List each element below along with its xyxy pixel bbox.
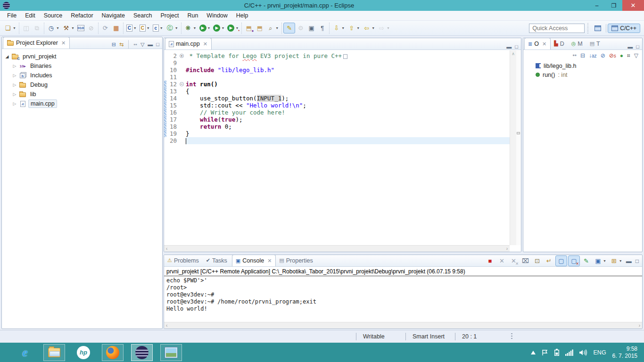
- forward-history-dropdown[interactable]: ▼: [387, 26, 390, 30]
- new-c-source-folder-icon[interactable]: C▼: [138, 24, 151, 33]
- last-edit-location-icon[interactable]: ⇩▼: [331, 23, 346, 33]
- profile-icon[interactable]: ▶▪▼: [226, 24, 240, 33]
- minimize-view-icon[interactable]: ▬: [506, 44, 512, 49]
- hide-inactive-icon[interactable]: ⌗: [627, 52, 630, 59]
- run-dropdown[interactable]: ▼: [207, 26, 211, 30]
- code-line-12[interactable]: 12−int run(): [164, 81, 510, 88]
- debug-dropdown[interactable]: ▼: [193, 26, 197, 30]
- collapse-all-icon[interactable]: ⊟: [112, 41, 116, 48]
- show-hidden-icons-icon[interactable]: [531, 351, 536, 354]
- close-tab-icon[interactable]: ✕: [203, 41, 207, 47]
- forward-history-icon[interactable]: ⇨▼: [376, 23, 391, 33]
- taskbar-file-explorer[interactable]: [43, 344, 65, 361]
- run-icon[interactable]: ▶▼: [198, 24, 212, 33]
- tab-outline-d[interactable]: ▙D: [551, 38, 568, 49]
- menu-run[interactable]: Run: [183, 11, 202, 20]
- new-c-project-dropdown[interactable]: ▼: [160, 26, 163, 30]
- quick-access-input[interactable]: [529, 24, 585, 33]
- overview-ruler[interactable]: [516, 50, 521, 245]
- back-history-icon[interactable]: ⇦▼: [361, 23, 376, 33]
- code-line-18[interactable]: 18 return 0;: [164, 123, 510, 130]
- menu-refactor[interactable]: Refactor: [66, 11, 97, 20]
- twisty-icon[interactable]: ▷: [12, 73, 17, 78]
- tab-outline-m[interactable]: ◎M: [568, 38, 586, 49]
- console-horizontal-scrollbar[interactable]: ‹›: [164, 322, 642, 329]
- menu-search[interactable]: Search: [129, 11, 157, 20]
- terminate-icon[interactable]: ■: [485, 256, 495, 266]
- fold-marker-icon[interactable]: −: [180, 82, 184, 86]
- maximize-view-icon[interactable]: □: [515, 44, 518, 49]
- code-line-13[interactable]: 13{: [164, 88, 510, 95]
- new-c-project-icon[interactable]: c▼: [151, 24, 165, 33]
- tab-tasks[interactable]: ✔Tasks: [203, 255, 231, 266]
- code-line-14[interactable]: 14 use_stop_button(INPUT_1);: [164, 95, 510, 102]
- collapse-all-icon[interactable]: ⊟: [580, 52, 585, 59]
- twisty-icon[interactable]: ◢: [5, 54, 9, 59]
- hide-includes-icon[interactable]: ⊘: [601, 52, 605, 59]
- twisty-icon[interactable]: ▷: [12, 101, 17, 106]
- new-c-source-file-dropdown[interactable]: ▼: [133, 26, 137, 30]
- pin-console-icon[interactable]: ✎: [581, 256, 592, 266]
- save-all-icon[interactable]: ⧉: [32, 23, 42, 33]
- twisty-icon[interactable]: ▷: [12, 64, 17, 68]
- debug-icon[interactable]: ❋▼: [183, 23, 198, 33]
- code-line-20[interactable]: 20: [164, 137, 510, 144]
- menu-edit[interactable]: Edit: [21, 11, 40, 20]
- launch-external-icon[interactable]: ◷▼: [46, 23, 61, 33]
- action-center-flag-icon[interactable]: [542, 349, 548, 356]
- remote-grid-icon[interactable]: ▦: [111, 23, 122, 33]
- status-bar-handle[interactable]: [511, 333, 512, 340]
- tree-item-debug[interactable]: ▷Debug: [5, 80, 162, 90]
- twisty-icon[interactable]: ▷: [12, 92, 17, 97]
- scroll-lock-icon[interactable]: ⊡: [532, 256, 543, 266]
- hide-static-icon[interactable]: ⊘s: [609, 52, 616, 59]
- minimize-view-icon[interactable]: ▬: [625, 258, 633, 264]
- tab-project-explorer[interactable]: Project Explorer ✕: [3, 37, 70, 49]
- sort-az-icon[interactable]: ↓az: [589, 52, 597, 59]
- taskbar-firefox[interactable]: [102, 344, 124, 361]
- editor-vertical-scrollbar[interactable]: ∧: [510, 50, 516, 245]
- tree-item-includes[interactable]: ▷hIncludes: [5, 71, 162, 80]
- filters-icon[interactable]: ••: [133, 41, 137, 47]
- binary-file-icon[interactable]: 010: [76, 24, 86, 32]
- show-whitespace-icon[interactable]: ¶: [317, 23, 328, 33]
- code-editor[interactable]: 2+ * Template for Lego EV3 project in pu…: [164, 50, 521, 252]
- new-c-source-folder-dropdown[interactable]: ▼: [147, 26, 150, 30]
- new-wizard-icon[interactable]: ❏▼: [2, 23, 17, 33]
- code-line-11[interactable]: 11: [164, 74, 510, 81]
- skip-breakpoints-icon[interactable]: ⊘: [86, 23, 97, 33]
- open-element-icon[interactable]: ⬒●: [243, 23, 254, 33]
- back-to-last-edit-dropdown[interactable]: ▼: [356, 26, 360, 30]
- run-history-icon[interactable]: ▶≡▼: [212, 24, 226, 33]
- code-line-15[interactable]: 15 std::cout << "Hello world!\n";: [164, 102, 510, 109]
- clock[interactable]: 9:58 6. 7. 2015: [612, 346, 637, 360]
- back-to-last-edit-icon[interactable]: ⇧▼: [346, 23, 361, 33]
- remove-launch-icon[interactable]: ✕: [496, 256, 507, 266]
- tab-problems[interactable]: ⚠Problems: [164, 255, 203, 266]
- code-line-19[interactable]: 19}: [164, 130, 510, 137]
- back-history-dropdown[interactable]: ▼: [372, 26, 375, 30]
- taskbar-internet-explorer[interactable]: e: [14, 344, 36, 361]
- open-console-icon[interactable]: ⊞▼: [609, 256, 624, 266]
- new-c-source-file-icon[interactable]: C▼: [125, 24, 138, 33]
- show-on-stdout-icon[interactable]: ▢: [555, 255, 567, 266]
- display-selected-console-dropdown[interactable]: ▼: [603, 259, 606, 263]
- open-perspective-button[interactable]: [591, 25, 604, 32]
- clear-console-icon[interactable]: ⌧: [520, 256, 531, 266]
- refresh-icon[interactable]: ⟳: [100, 23, 111, 33]
- close-button[interactable]: ✕: [622, 0, 644, 11]
- search-dropdown[interactable]: ▼: [275, 26, 279, 30]
- menu-help[interactable]: Help: [232, 11, 253, 20]
- volume-icon[interactable]: [579, 349, 587, 356]
- maximize-view-icon[interactable]: □: [636, 44, 639, 49]
- linked-mode-icon[interactable]: ••: [573, 52, 577, 59]
- tab-properties[interactable]: ▤Properties: [276, 255, 316, 266]
- tree-item-main-cpp[interactable]: ▷.cmain.cpp: [5, 99, 162, 108]
- maximize-view-icon[interactable]: □: [634, 258, 640, 264]
- code-line-17[interactable]: 17 while(true);: [164, 116, 510, 123]
- menu-source[interactable]: Source: [40, 11, 67, 20]
- display-selected-console-icon[interactable]: ▣▼: [593, 256, 608, 266]
- tree-item-prvni-projekt[interactable]: ◢Cprvni_projekt: [5, 52, 162, 61]
- menu-project[interactable]: Project: [157, 11, 183, 20]
- fold-marker-icon[interactable]: +: [180, 54, 184, 58]
